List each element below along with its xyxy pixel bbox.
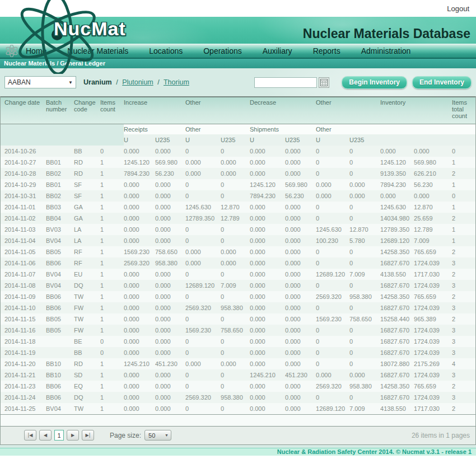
- table-row[interactable]: 2014-11-03BV03LA10.0000.000000.0000.0001…: [1, 224, 475, 235]
- table-cell: 0.000: [124, 336, 155, 347]
- table-cell: 2569.320: [316, 381, 349, 392]
- table-cell: RD: [74, 157, 100, 168]
- table-cell: 12689.120: [185, 280, 221, 291]
- table-cell: 0.000: [124, 403, 155, 414]
- table-cell: 0.000: [185, 257, 221, 269]
- table-row[interactable]: 2014-11-04BV04LA10.0000.000000.0000.0001…: [1, 235, 475, 246]
- table-cell: EU: [74, 269, 100, 280]
- table-cell: 2014-10-31: [1, 190, 46, 202]
- table-cell: 0.000: [285, 403, 316, 414]
- table-cell: 0: [349, 358, 380, 369]
- table-row[interactable]: 2014-11-10BB06FW10.0000.0002569.320958.3…: [1, 302, 475, 313]
- date-filter-input[interactable]: [254, 77, 317, 88]
- table-cell: 0.000: [380, 190, 414, 202]
- table-row[interactable]: 2014-11-01BB03GA10.0000.0001245.63012.87…: [1, 202, 475, 213]
- table-row[interactable]: 2014-10-27BB01RD11245.120569.9800.0000.0…: [1, 157, 475, 168]
- table-row[interactable]: 2014-10-28BB02RD17894.23056.2300.0000.00…: [1, 168, 475, 179]
- table-cell: 0.000: [155, 403, 185, 414]
- nav-item-auxiliary[interactable]: Auxiliary: [263, 46, 292, 55]
- end-inventory-button[interactable]: End Inventory: [412, 76, 472, 89]
- table-row[interactable]: 2014-11-16BB05FW10.0000.0001569.230758.6…: [1, 325, 475, 336]
- prev-page-button[interactable]: ◀: [39, 430, 52, 441]
- table-cell: 0.000: [155, 313, 185, 325]
- logout-link[interactable]: Logout: [447, 4, 469, 13]
- mba-select[interactable]: AABAN ▼: [4, 76, 76, 88]
- calendar-icon-button[interactable]: [319, 77, 329, 88]
- table-cell: 0: [221, 235, 250, 246]
- table-cell: 0: [349, 392, 380, 403]
- table-cell: 2014-11-02: [1, 213, 46, 224]
- table-cell: 4138.550: [380, 403, 414, 414]
- subcol-other-decrease: Other: [316, 124, 380, 134]
- table-row[interactable]: 2014-11-15BB05TW10.0000.000000.0000.0001…: [1, 313, 475, 325]
- table-cell: 1724.039: [414, 336, 452, 347]
- table-cell: DQ: [74, 280, 100, 291]
- table-cell: RF: [74, 246, 100, 257]
- items-summary: 26 items in 1 pages: [412, 432, 470, 439]
- col-batch-number[interactable]: Batch number: [46, 97, 74, 124]
- col-change-date[interactable]: Change date: [1, 97, 46, 124]
- table-cell: 2: [452, 291, 475, 302]
- table-cell: 1717.030: [414, 269, 452, 280]
- nav-item-home[interactable]: Home: [26, 46, 46, 55]
- table-cell: 2014-11-19: [1, 347, 46, 358]
- col-items-count[interactable]: Items count: [100, 97, 124, 124]
- table-cell: 0.000: [250, 313, 285, 325]
- table-row[interactable]: 2014-11-02BB04GA10.0000.00012789.35012.7…: [1, 213, 475, 224]
- table-cell: BB06: [46, 381, 74, 392]
- table-cell: 0.000: [250, 347, 285, 358]
- table-row[interactable]: 2014-11-24BB06DQ10.0000.0002569.320958.3…: [1, 392, 475, 403]
- table-row[interactable]: 2014-10-31BB02SF10.0000.000007894.23056.…: [1, 190, 475, 202]
- table-cell: 1: [100, 358, 124, 369]
- table-cell: 1245.120: [380, 157, 414, 168]
- table-cell: 958.380: [349, 381, 380, 392]
- table-row[interactable]: 2014-11-05BB05RF11569.230758.6500.0000.0…: [1, 246, 475, 257]
- table-cell: 1: [100, 302, 124, 313]
- table-cell: 0.000: [250, 325, 285, 336]
- table-row[interactable]: 2014-11-08BV04DQ10.0000.00012689.1207.00…: [1, 280, 475, 291]
- table-row[interactable]: 2014-11-09BB06TW10.0000.000000.0000.0002…: [1, 291, 475, 302]
- next-page-button[interactable]: ▶: [67, 430, 79, 441]
- begin-inventory-button[interactable]: Begin Inventory: [342, 76, 407, 89]
- table-cell: 12.870: [349, 224, 380, 235]
- table-row[interactable]: 2014-11-25BV04TW10.0000.000000.0000.0001…: [1, 403, 475, 414]
- header-blank: [1, 134, 124, 146]
- table-cell: 0: [349, 302, 380, 313]
- table-cell: [46, 146, 74, 157]
- table-row[interactable]: 2014-10-29BB01SF10.0000.000001245.120569…: [1, 179, 475, 190]
- subcol-u: U: [185, 134, 221, 146]
- table-cell: 1: [452, 235, 475, 246]
- nav-item-nuclear-materials[interactable]: Nuclear Materials: [67, 46, 128, 55]
- table-cell: 16827.670: [380, 369, 414, 381]
- table-row[interactable]: 2014-11-19BB00.0000.000000.0000.00000168…: [1, 347, 475, 358]
- table-cell: 0.000: [250, 269, 285, 280]
- material-link-plutonium[interactable]: Plutonium: [122, 78, 153, 86]
- nav-item-administration[interactable]: Administration: [361, 46, 411, 55]
- table-cell: 2014-11-07: [1, 269, 46, 280]
- table-cell: 0.000: [285, 213, 316, 224]
- table-cell: RD: [74, 358, 100, 369]
- nav-item-reports[interactable]: Reports: [313, 46, 340, 55]
- table-row[interactable]: 2014-11-21BB10SD10.0000.000001245.210451…: [1, 369, 475, 381]
- table-row[interactable]: 2014-10-26BB00.0000.000000.0000.000000.0…: [1, 146, 475, 157]
- table-cell: BB10: [46, 369, 74, 381]
- table-row[interactable]: 2014-11-20BB10RD11245.210451.2300.0000.0…: [1, 358, 475, 369]
- first-page-button[interactable]: |◀: [24, 430, 36, 441]
- table-row[interactable]: 2014-11-23BB06EQ10.0000.000000.0000.0002…: [1, 381, 475, 392]
- table-cell: 0: [316, 246, 349, 257]
- nav-item-operations[interactable]: Operations: [203, 46, 241, 55]
- table-cell: 0: [185, 369, 221, 381]
- page-size-select[interactable]: 50 ▼: [144, 430, 171, 441]
- ledger-grid: Change date Batch number Change code Ite…: [0, 96, 476, 445]
- material-link-thorium[interactable]: Thorium: [164, 78, 189, 86]
- table-row[interactable]: 2014-11-06BB06RF12569.320958.3800.0000.0…: [1, 257, 475, 269]
- col-change-code[interactable]: Change code: [74, 97, 100, 124]
- table-cell: 1724.039: [414, 257, 452, 269]
- table-cell: 2: [452, 168, 475, 179]
- table-row[interactable]: 2014-11-07BV04EU10.0000.000000.0000.0001…: [1, 269, 475, 280]
- last-page-button[interactable]: ▶|: [82, 430, 94, 441]
- table-row[interactable]: 2014-11-18BE00.0000.000000.0000.00000168…: [1, 336, 475, 347]
- nav-item-locations[interactable]: Locations: [149, 46, 183, 55]
- table-cell: 2014-11-04: [1, 235, 46, 246]
- col-items-total-count[interactable]: Items total count: [452, 97, 475, 124]
